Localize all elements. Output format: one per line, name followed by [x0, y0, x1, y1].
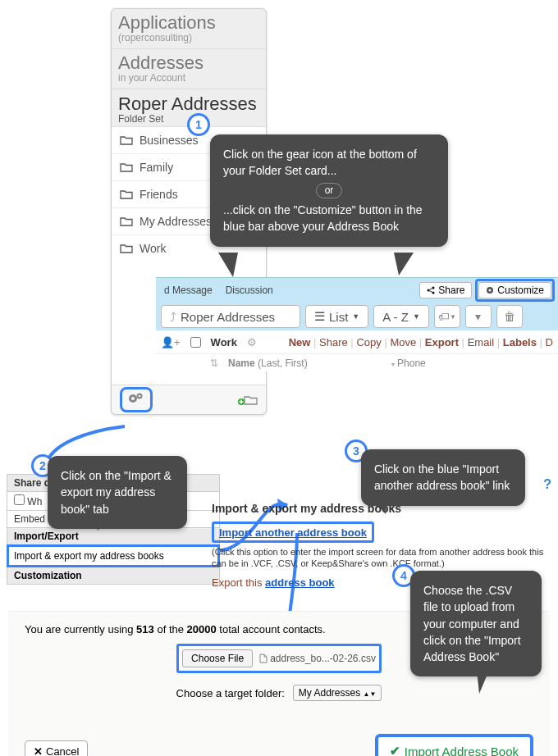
column-name[interactable]: Name [228, 358, 255, 369]
addresses-title: Addresses [118, 54, 259, 72]
list-icon: ☰ [314, 309, 325, 324]
filter-icon: ▾ [475, 310, 481, 323]
file-icon [259, 654, 268, 663]
svg-point-5 [131, 397, 135, 400]
action-export[interactable]: Export [425, 336, 459, 348]
delete-button[interactable]: 🗑 [496, 305, 523, 328]
add-folder-button[interactable] [238, 393, 258, 407]
address-book-toolbar: d Message Discussion Share Customize ⤴ R… [156, 277, 558, 359]
org-name: (roperconsulting) [118, 32, 259, 43]
folder-icon [120, 188, 133, 201]
target-folder-label: Choose a target folder: [176, 687, 285, 699]
select-all-checkbox[interactable] [190, 337, 201, 348]
customize-button[interactable]: Customize [478, 282, 551, 298]
action-labels[interactable]: Labels [503, 336, 537, 348]
addresses-subtitle: in your Account [118, 72, 259, 84]
import-another-link[interactable]: Import another address book [219, 526, 367, 539]
tag-icon: 🏷 [438, 310, 450, 323]
action-email[interactable]: Email [468, 336, 495, 348]
folder-icon [120, 215, 133, 228]
export-this-link[interactable]: address book [265, 576, 335, 589]
import-export-tab[interactable]: Import & export my address books [7, 544, 220, 567]
choose-file-button[interactable]: Choose File [182, 649, 253, 667]
help-icon[interactable]: ? [543, 477, 551, 492]
action-share[interactable]: Share [319, 336, 348, 348]
applications-title: Applications [118, 14, 259, 32]
action-d[interactable]: D [546, 336, 553, 348]
import-hint: (Click this option to enter the import s… [212, 546, 548, 570]
card-footer [112, 385, 266, 414]
set-title: Roper Addresses [118, 94, 259, 113]
customization-header: Customization [7, 567, 220, 585]
cancel-button[interactable]: ✕ Cancel [25, 740, 88, 757]
folder-icon [120, 134, 133, 147]
gear-icon [127, 392, 145, 405]
callout-4: Choose the .CSV file to upload from your… [410, 571, 542, 676]
callout-2: Click on the "Import & export my address… [48, 456, 187, 529]
chosen-filename: address_bo...-02-26.csv [259, 653, 376, 664]
message-button[interactable]: d Message [159, 282, 217, 298]
share-icon [427, 286, 435, 294]
folder-icon [120, 242, 133, 255]
discussion-button[interactable]: Discussion [221, 282, 278, 298]
settings-gear-button[interactable] [120, 387, 153, 412]
sort-az-button[interactable]: A - Z ▼ [373, 305, 429, 328]
current-folder-label: Work [211, 336, 237, 348]
filter-button[interactable]: ▾ [465, 305, 492, 328]
import-address-book-button[interactable]: ✔ Import Address Book [375, 734, 533, 756]
gear-icon [486, 286, 494, 294]
svg-point-7 [139, 395, 141, 398]
action-copy[interactable]: Copy [356, 336, 381, 348]
caret-down-icon: ▼ [352, 312, 359, 321]
action-move[interactable]: Move [390, 336, 416, 348]
breadcrumb[interactable]: ⤴ Roper Addresses [161, 305, 300, 328]
add-folder-icon [238, 393, 258, 406]
target-folder-select[interactable]: My Addresses ▲▼ [293, 685, 382, 701]
gear-icon[interactable]: ⚙ [247, 336, 257, 348]
add-person-icon[interactable]: 👤+ [161, 336, 181, 348]
view-list-button[interactable]: ☰ List ▼ [305, 305, 368, 328]
callout-1: Click on the gear icon at the bottom of … [210, 134, 448, 247]
import-export-header: Import/Export [7, 528, 220, 545]
folder-icon [120, 161, 133, 174]
share-button[interactable]: Share [419, 282, 472, 298]
tag-button[interactable]: 🏷▼ [434, 305, 460, 328]
up-icon: ⤴ [170, 310, 176, 324]
column-phone[interactable]: Phone [397, 358, 426, 369]
step-1-badge: 1 [187, 113, 210, 136]
action-new[interactable]: New [289, 336, 311, 348]
svg-point-13 [489, 289, 492, 292]
caret-down-icon: ▼ [413, 312, 420, 321]
trash-icon: 🗑 [504, 310, 515, 323]
sort-icon[interactable]: ⇅ [210, 358, 218, 369]
